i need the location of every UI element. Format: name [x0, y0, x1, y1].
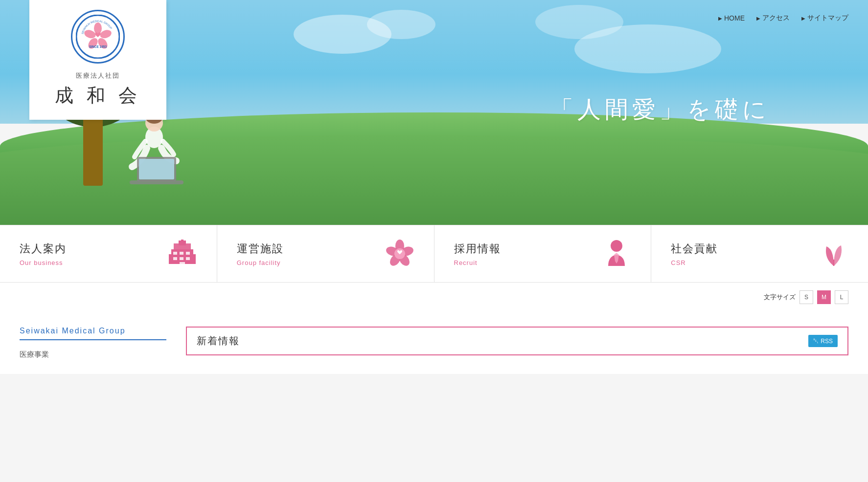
svg-text:SINCE 1953: SINCE 1953	[89, 45, 107, 48]
font-size-label: 文字サイズ	[764, 293, 796, 302]
tab-recruit-text: 採用情報 Recruit	[454, 241, 602, 266]
svg-rect-18	[180, 252, 183, 255]
font-size-bar: 文字サイズ S M L	[0, 283, 868, 312]
tab-recruit-title: 採用情報	[454, 241, 602, 256]
building-icon	[168, 239, 197, 268]
tab-csr-title: 社会貢献	[671, 241, 819, 256]
nav-sitemap-link[interactable]: サイトマップ	[801, 14, 848, 22]
rss-icon: ␇	[813, 337, 819, 345]
flower-icon	[385, 239, 414, 268]
svg-rect-23	[180, 262, 185, 268]
font-size-small-btn[interactable]: S	[799, 290, 813, 304]
font-size-large-btn[interactable]: L	[835, 290, 848, 304]
nav-tabs: 法人案内 Our business	[0, 225, 868, 283]
svg-rect-19	[186, 252, 190, 255]
sidebar: Seiwakai Medical Group 医療事業	[20, 327, 166, 359]
person-icon	[602, 239, 631, 268]
tab-recruit[interactable]: 採用情報 Recruit	[434, 225, 652, 282]
hero-section: 「人間愛」を礎に HOME アクセス サイトマップ SEIWAKAI MEDIC…	[0, 0, 868, 225]
logo-circle: SEIWAKAI MEDICAL GROUP SINCE 1953	[71, 10, 125, 64]
rss-label: RSS	[821, 338, 833, 345]
tab-facility-subtitle: Group facility	[237, 259, 385, 266]
svg-rect-5	[130, 180, 183, 184]
news-section: 新着情報 ␇ RSS	[186, 327, 848, 359]
svg-rect-22	[186, 257, 190, 260]
tab-corporate-text: 法人案内 Our business	[20, 241, 168, 266]
svg-rect-25	[181, 240, 183, 243]
sidebar-divider	[20, 339, 166, 340]
news-title: 新着情報	[197, 334, 240, 348]
nav-access-link[interactable]: アクセス	[756, 14, 790, 22]
svg-point-8	[94, 22, 102, 34]
tab-corporate-subtitle: Our business	[20, 259, 168, 266]
nav-home-link[interactable]: HOME	[718, 14, 745, 22]
cloud-4	[535, 5, 623, 39]
tab-corporate[interactable]: 法人案内 Our business	[0, 225, 217, 282]
hero-tagline: 「人間愛」を礎に	[550, 94, 770, 125]
logo-org-type: 医療法人社団	[76, 71, 120, 80]
tab-recruit-subtitle: Recruit	[454, 259, 602, 266]
logo-box: SEIWAKAI MEDICAL GROUP SINCE 1953 医療法人社団…	[29, 0, 166, 120]
svg-rect-21	[180, 257, 183, 260]
news-header: 新着情報 ␇ RSS	[186, 327, 848, 355]
logo-org-name: 成 和 会	[55, 83, 140, 108]
tab-corporate-title: 法人案内	[20, 241, 168, 256]
cloud-2	[367, 10, 435, 39]
rss-badge[interactable]: ␇ RSS	[808, 335, 838, 347]
top-nav: HOME アクセス サイトマップ	[718, 14, 848, 22]
svg-point-32	[611, 240, 622, 252]
tab-csr-subtitle: CSR	[671, 259, 819, 266]
tab-csr[interactable]: 社会貢献 CSR	[651, 225, 868, 282]
tab-facility-title: 運営施設	[237, 241, 385, 256]
main-content: Seiwakai Medical Group 医療事業 新着情報 ␇ RSS	[0, 312, 868, 374]
tab-facility[interactable]: 運営施設 Group facility	[217, 225, 434, 282]
svg-rect-17	[173, 252, 177, 255]
svg-rect-20	[173, 257, 177, 260]
font-size-medium-btn[interactable]: M	[817, 290, 831, 304]
sidebar-section-medical: 医療事業	[20, 350, 166, 359]
tab-csr-text: 社会貢献 CSR	[671, 241, 819, 266]
leaf-icon	[819, 239, 848, 268]
svg-rect-4	[139, 159, 174, 179]
sidebar-title: Seiwakai Medical Group	[20, 327, 166, 335]
tab-facility-text: 運営施設 Group facility	[237, 241, 385, 266]
